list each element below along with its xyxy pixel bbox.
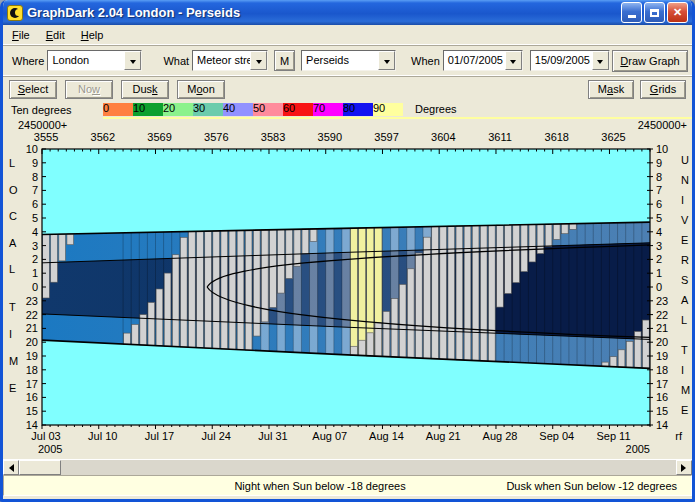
svg-text:4: 4	[656, 226, 662, 238]
svg-text:O: O	[9, 184, 18, 196]
svg-text:C: C	[9, 210, 17, 222]
legend-swatch-30: 30	[193, 103, 223, 116]
menu-item-help[interactable]: Help	[73, 26, 112, 44]
svg-text:3576: 3576	[204, 131, 228, 143]
shower-combobox[interactable]: Perseids	[301, 50, 396, 71]
where-combobox[interactable]: London	[47, 50, 142, 71]
svg-text:23: 23	[26, 295, 38, 307]
menu-item-edit[interactable]: Edit	[38, 26, 73, 44]
svg-text:9: 9	[656, 157, 662, 169]
svg-text:Sep 11: Sep 11	[596, 430, 630, 442]
svg-text:7: 7	[32, 184, 38, 196]
svg-text:3562: 3562	[91, 131, 115, 143]
svg-text:3618: 3618	[545, 131, 569, 143]
svg-text:2: 2	[656, 253, 662, 265]
svg-text:3590: 3590	[318, 131, 342, 143]
date-from-combobox[interactable]: 01/07/2005	[443, 50, 523, 71]
scroll-thumb[interactable]	[19, 460, 61, 475]
what-combobox[interactable]: Meteor stre	[192, 50, 268, 71]
date-to-dropdown-button[interactable]	[592, 51, 609, 70]
legend-left-label: Ten degrees	[11, 104, 103, 116]
svg-text:5: 5	[656, 212, 662, 224]
svg-text:20: 20	[26, 336, 38, 348]
svg-text:R: R	[681, 254, 689, 266]
mask-button[interactable]: Mask	[588, 80, 634, 99]
svg-text:Jul 31: Jul 31	[258, 430, 287, 442]
svg-text:3597: 3597	[374, 131, 398, 143]
select-button[interactable]: Select	[9, 80, 57, 99]
svg-text:17: 17	[26, 378, 38, 390]
shower-value: Perseids	[302, 51, 378, 70]
svg-text:S: S	[681, 274, 688, 286]
moon-button[interactable]: Moon	[177, 80, 225, 99]
scroll-right-button[interactable]	[676, 460, 692, 475]
svg-text:3625: 3625	[601, 131, 625, 143]
chevron-down-icon	[384, 60, 390, 67]
legend-swatches: 0102030405060708090Degrees	[103, 101, 692, 119]
svg-text:3604: 3604	[431, 131, 455, 143]
svg-text:5: 5	[32, 212, 38, 224]
svg-text:21: 21	[26, 322, 38, 334]
svg-text:8: 8	[32, 171, 38, 183]
legend-swatch-value: 30	[193, 102, 205, 114]
app-icon	[7, 5, 23, 21]
svg-text:L: L	[681, 314, 687, 326]
what-dropdown-button[interactable]	[250, 51, 267, 70]
date-from-dropdown-button[interactable]	[505, 51, 522, 70]
maximize-button[interactable]	[644, 2, 665, 23]
svg-text:Aug 14: Aug 14	[369, 430, 404, 442]
horizontal-scrollbar[interactable]	[3, 459, 692, 475]
legend-swatch-value: 70	[313, 102, 325, 114]
svg-text:22: 22	[26, 309, 38, 321]
grids-button[interactable]: Grids	[640, 80, 686, 99]
svg-text:1: 1	[32, 267, 38, 279]
arrow-right-icon	[681, 464, 690, 472]
svg-text:L: L	[9, 263, 15, 275]
svg-text:Aug 21: Aug 21	[426, 430, 461, 442]
legend-swatch-10: 10	[133, 103, 163, 116]
draw-graph-button[interactable]: Draw Graph	[612, 50, 688, 72]
date-to-combobox[interactable]: 15/09/2005	[530, 50, 610, 71]
m-button[interactable]: M	[274, 50, 295, 71]
legend-swatch-50: 50	[253, 103, 283, 116]
menu-item-file[interactable]: File	[4, 26, 38, 44]
darkness-graph-plot[interactable]: 1010998877665544332211002323222221212020…	[3, 119, 692, 459]
now-button: Now	[65, 80, 113, 99]
svg-text:2: 2	[32, 253, 38, 265]
svg-text:19: 19	[656, 350, 668, 362]
legend-swatch-70: 70	[313, 103, 343, 116]
scroll-track[interactable]	[61, 460, 676, 475]
svg-text:I: I	[681, 364, 684, 376]
svg-text:8: 8	[656, 171, 662, 183]
scroll-left-button[interactable]	[3, 460, 19, 475]
minimize-icon	[628, 15, 636, 18]
shower-dropdown-button[interactable]	[378, 51, 395, 70]
legend-swatch-value: 90	[373, 102, 385, 114]
svg-text:2450000+: 2450000+	[18, 119, 67, 131]
status-dusk-text: Dusk when Sun below -12 degrees	[506, 480, 677, 492]
app-window: GraphDark 2.04 London - Perseids ✕ FileE…	[0, 0, 695, 502]
close-icon: ✕	[673, 6, 682, 19]
svg-text:E: E	[9, 382, 16, 394]
svg-text:19: 19	[26, 350, 38, 362]
legend-swatch-value: 50	[253, 102, 265, 114]
svg-text:3: 3	[656, 240, 662, 252]
legend-swatch-80: 80	[343, 103, 373, 116]
maximize-icon	[650, 9, 659, 17]
svg-text:I: I	[9, 328, 12, 340]
chevron-down-icon	[256, 60, 262, 67]
legend-swatch-0: 0	[103, 103, 133, 116]
date-to-value: 15/09/2005	[531, 51, 592, 70]
svg-text:2005: 2005	[626, 443, 650, 455]
svg-text:3583: 3583	[261, 131, 285, 143]
legend-swatch-60: 60	[283, 103, 313, 116]
svg-text:1: 1	[656, 267, 662, 279]
minimize-button[interactable]	[621, 2, 642, 23]
close-button[interactable]: ✕	[667, 2, 688, 23]
svg-text:6: 6	[32, 198, 38, 210]
where-dropdown-button[interactable]	[124, 51, 141, 70]
svg-text:21: 21	[656, 322, 668, 334]
title-bar[interactable]: GraphDark 2.04 London - Perseids ✕	[3, 0, 692, 25]
dusk-button[interactable]: Dusk	[121, 80, 169, 99]
legend-swatch-90: 90	[373, 103, 403, 116]
